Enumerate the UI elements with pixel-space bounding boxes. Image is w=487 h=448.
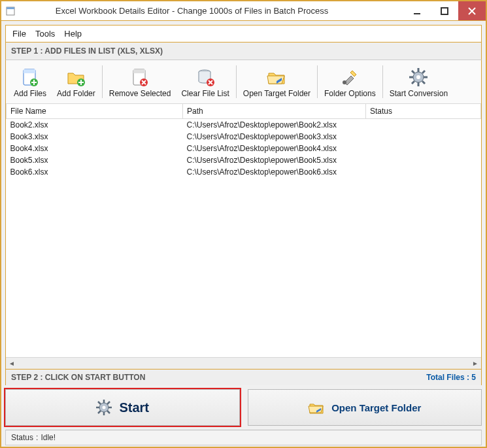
start-conversion-button[interactable]: Start Conversion bbox=[384, 63, 453, 101]
folder-options-button[interactable]: Folder Options bbox=[319, 63, 381, 101]
svg-line-25 bbox=[412, 81, 414, 84]
cell-file_name: Book6.xlsx bbox=[7, 166, 183, 178]
menu-file[interactable]: File bbox=[12, 29, 26, 39]
status-value: Idle! bbox=[41, 433, 56, 442]
cell-path: C:\Users\Afroz\Desktop\epower\Book5.xlsx bbox=[183, 154, 366, 166]
step2-row: STEP 2 : CLICK ON START BUTTON Total Fil… bbox=[5, 370, 482, 385]
scroll-right-icon[interactable]: ► bbox=[469, 358, 481, 369]
cell-status bbox=[366, 131, 481, 143]
gear-icon bbox=[95, 399, 112, 416]
menu-tools[interactable]: Tools bbox=[35, 29, 55, 39]
toolbar-label: Remove Selected bbox=[109, 89, 171, 98]
table-row[interactable]: Book4.xlsxC:\Users\Afroz\Desktop\epower\… bbox=[7, 143, 481, 154]
menu-help[interactable]: Help bbox=[64, 29, 82, 39]
statusbar: Status : Idle! bbox=[5, 430, 482, 445]
tools-icon bbox=[338, 65, 361, 89]
menubar: File Tools Help bbox=[5, 25, 482, 43]
window-title: Excel Workbook Details Editor - Change 1… bbox=[0, 6, 403, 16]
clear-list-icon bbox=[193, 65, 217, 89]
cell-status bbox=[366, 166, 481, 178]
cell-path: C:\Users\Afroz\Desktop\epower\Book4.xlsx bbox=[183, 143, 366, 154]
status-label: Status bbox=[11, 433, 33, 442]
open-target-folder-button[interactable]: Open Target Folder bbox=[238, 63, 316, 101]
toolbar-label: Add Folder bbox=[57, 89, 95, 98]
file-grid[interactable]: File Name Path Status Book2.xlsxC:\Users… bbox=[6, 103, 481, 357]
svg-point-17 bbox=[416, 75, 420, 79]
cell-path: C:\Users\Afroz\Desktop\epower\Book2.xlsx bbox=[183, 119, 366, 131]
svg-line-34 bbox=[107, 402, 110, 404]
cell-path: C:\Users\Afroz\Desktop\epower\Book3.xlsx bbox=[183, 131, 366, 143]
col-path[interactable]: Path bbox=[183, 104, 366, 119]
file-remove-icon bbox=[128, 65, 152, 89]
file-grid-container: File Name Path Status Book2.xlsxC:\Users… bbox=[5, 103, 482, 370]
status-sep: : bbox=[36, 433, 38, 442]
step2-label: STEP 2 : CLICK ON START BUTTON bbox=[11, 373, 145, 382]
table-row[interactable]: Book2.xlsxC:\Users\Afroz\Desktop\epower\… bbox=[7, 119, 481, 131]
cell-file_name: Book2.xlsx bbox=[7, 119, 183, 131]
folder-open-icon bbox=[308, 399, 325, 416]
cell-file_name: Book4.xlsx bbox=[7, 143, 183, 154]
svg-line-22 bbox=[412, 71, 414, 73]
toolbar-label: Add Files bbox=[14, 89, 46, 98]
start-button[interactable]: Start bbox=[5, 389, 240, 426]
table-row[interactable]: Book6.xlsxC:\Users\Afroz\Desktop\epower\… bbox=[7, 166, 481, 178]
open-target-folder-big-button[interactable]: Open Target Folder bbox=[248, 389, 482, 426]
gear-icon bbox=[407, 65, 430, 89]
cell-file_name: Book3.xlsx bbox=[7, 131, 183, 143]
titlebar: Excel Workbook Details Editor - Change 1… bbox=[1, 1, 486, 21]
table-row[interactable]: Book5.xlsxC:\Users\Afroz\Desktop\epower\… bbox=[7, 154, 481, 166]
table-row[interactable]: Book3.xlsxC:\Users\Afroz\Desktop\epower\… bbox=[7, 131, 481, 143]
svg-rect-2 bbox=[414, 13, 420, 14]
svg-line-23 bbox=[422, 81, 425, 84]
table-header-row: File Name Path Status bbox=[7, 104, 481, 119]
cell-status bbox=[366, 119, 481, 131]
toolbar-label: Clear File List bbox=[181, 89, 229, 98]
folder-add-icon bbox=[64, 65, 88, 89]
step1-label: STEP 1 : ADD FILES IN LIST (XLS, XLSX) bbox=[5, 43, 482, 60]
toolbar-separator bbox=[317, 65, 318, 98]
remove-selected-button[interactable]: Remove Selected bbox=[104, 63, 176, 101]
add-folder-button[interactable]: Add Folder bbox=[52, 63, 101, 101]
close-button[interactable] bbox=[458, 1, 486, 20]
file-add-icon bbox=[18, 65, 42, 89]
svg-line-32 bbox=[98, 402, 101, 404]
minimize-button[interactable] bbox=[403, 1, 431, 20]
col-file-name[interactable]: File Name bbox=[7, 104, 183, 119]
total-files-label: Total Files : 5 bbox=[426, 373, 476, 382]
add-files-button[interactable]: Add Files bbox=[8, 63, 52, 101]
app-window: Excel Workbook Details Editor - Change 1… bbox=[0, 0, 487, 448]
svg-point-27 bbox=[103, 406, 106, 409]
svg-rect-7 bbox=[24, 69, 35, 73]
bottom-button-row: Start Open Target Folder bbox=[5, 389, 482, 426]
open-target-button-label: Open Target Folder bbox=[331, 402, 421, 413]
scroll-left-icon[interactable]: ◄ bbox=[6, 358, 18, 369]
svg-line-35 bbox=[98, 411, 101, 413]
svg-line-33 bbox=[107, 411, 110, 413]
toolbar-label: Open Target Folder bbox=[243, 89, 311, 98]
toolbar-separator bbox=[236, 65, 237, 98]
start-button-label: Start bbox=[119, 400, 149, 415]
horizontal-scrollbar[interactable]: ◄ ► bbox=[6, 357, 481, 369]
cell-status bbox=[366, 143, 481, 154]
window-controls bbox=[403, 1, 486, 20]
toolbar-label: Start Conversion bbox=[390, 89, 448, 98]
folder-open-icon bbox=[265, 65, 288, 89]
toolbar-label: Folder Options bbox=[324, 89, 376, 98]
maximize-button[interactable] bbox=[431, 1, 458, 20]
svg-point-15 bbox=[343, 80, 346, 84]
svg-line-24 bbox=[422, 71, 425, 73]
col-status[interactable]: Status bbox=[366, 104, 481, 119]
toolbar-separator bbox=[382, 65, 383, 98]
cell-file_name: Book5.xlsx bbox=[7, 154, 183, 166]
svg-rect-3 bbox=[441, 8, 448, 14]
svg-rect-11 bbox=[133, 69, 145, 73]
cell-path: C:\Users\Afroz\Desktop\epower\Book6.xlsx bbox=[183, 166, 366, 178]
toolbar: Add Files Add Folder Remove Selected Cle… bbox=[5, 60, 482, 103]
toolbar-separator bbox=[102, 65, 103, 98]
cell-status bbox=[366, 154, 481, 166]
clear-file-list-button[interactable]: Clear File List bbox=[176, 63, 234, 101]
